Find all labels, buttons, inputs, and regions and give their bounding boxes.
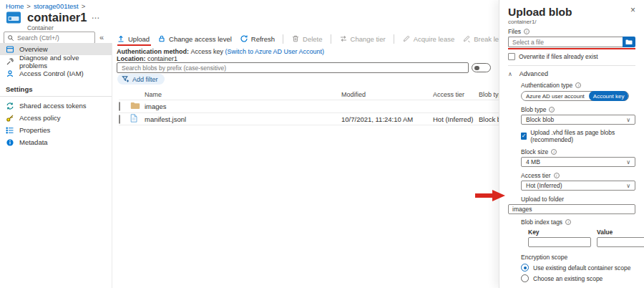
toggle-knob	[474, 66, 479, 71]
chevron-down-icon: ∨	[626, 117, 630, 123]
block-size-dropdown[interactable]: 4 MB ∨	[521, 157, 635, 167]
page-title: container1	[27, 11, 87, 24]
breadcrumb-home-link[interactable]: Home	[6, 2, 24, 10]
iam-icon	[6, 69, 14, 78]
tag-value-input[interactable]	[597, 237, 644, 247]
sidebar-search[interactable]	[4, 32, 95, 44]
block-size-label: Block size	[521, 148, 548, 155]
blob-index-tags-label: Blob index tags	[521, 219, 562, 226]
page-subtitle: Container	[27, 24, 99, 32]
switch-auth-link[interactable]: (Switch to Azure AD User Account)	[225, 48, 325, 55]
files-annotation-underline	[508, 48, 635, 49]
radio-selected	[521, 264, 529, 272]
access-tier-dropdown[interactable]: Hot (Inferred) ∨	[521, 181, 635, 191]
delete-button[interactable]: Delete	[291, 34, 322, 43]
breadcrumb-storage-link[interactable]: storage001test	[34, 2, 79, 10]
sidebar-item-label: Metadata	[19, 138, 48, 146]
file-select-input[interactable]	[508, 37, 623, 47]
info-icon: i	[549, 107, 555, 112]
filter-plus-icon	[122, 75, 130, 83]
table-row[interactable]: manifest.jsonl 10/7/2021, 11:24:10 AM Ho…	[119, 112, 532, 125]
vhd-label: Upload .vhd files as page blobs (recomme…	[530, 129, 635, 143]
panel-path: container1/	[508, 19, 635, 26]
sidebar-settings-heading: Settings	[0, 80, 112, 96]
show-deleted-blobs-toggle[interactable]	[472, 63, 491, 72]
annotation-arrow	[475, 189, 505, 203]
sidebar-divider	[0, 96, 112, 97]
file-icon	[130, 114, 137, 123]
blob-name[interactable]: images	[145, 102, 341, 110]
info-icon: i	[565, 219, 571, 225]
overview-icon	[6, 45, 14, 54]
upload-to-folder-label: Upload to folder	[521, 196, 564, 203]
page-header: container1 … Container	[6, 11, 99, 32]
sidebar-item-shared-access-tokens[interactable]: Shared access tokens	[0, 100, 112, 112]
refresh-icon	[240, 34, 248, 43]
encryption-default-scope-radio[interactable]: Use existing default container scope	[521, 264, 635, 272]
sidebar-item-metadata[interactable]: Metadata	[0, 136, 112, 148]
panel-divider	[508, 65, 635, 66]
upload-icon	[117, 34, 125, 43]
metadata-icon	[6, 138, 14, 147]
add-filter-button[interactable]: Add filter	[117, 74, 165, 85]
auth-option-azure-ad[interactable]: Azure AD user account	[522, 91, 589, 101]
row-checkbox[interactable]	[119, 102, 120, 111]
upload-annotation-underline	[117, 44, 151, 46]
blob-list-header: Name Modified Access tier Blob type	[119, 89, 532, 100]
change-access-level-button[interactable]: Change access level	[157, 34, 232, 43]
column-header-modified: Modified	[341, 91, 433, 98]
tag-key-input[interactable]	[528, 237, 591, 247]
location-line: Location: container1	[117, 55, 177, 62]
table-row[interactable]: images	[119, 100, 532, 112]
close-icon[interactable]: ×	[630, 6, 635, 14]
sidebar-item-label: Properties	[19, 126, 50, 134]
upload-button[interactable]: Upload	[117, 34, 150, 43]
diagnose-icon	[6, 57, 14, 66]
blob-name[interactable]: manifest.jsonl	[145, 115, 341, 123]
acquire-lease-icon	[402, 34, 411, 43]
upload-to-folder-input[interactable]	[508, 204, 635, 214]
properties-icon	[6, 126, 14, 135]
tag-key-header: Key	[528, 229, 591, 236]
overwrite-checkbox[interactable]	[508, 53, 515, 60]
toolbar-separator	[283, 34, 283, 44]
sidebar-item-access-policy[interactable]: Access policy	[0, 112, 112, 124]
refresh-button[interactable]: Refresh	[240, 34, 275, 43]
advanced-section-toggle[interactable]: ∧ Advanced	[508, 70, 635, 77]
info-icon: i	[575, 82, 581, 88]
sidebar-item-access-control[interactable]: Access Control (IAM)	[0, 67, 112, 80]
breadcrumb: Home>storage001test>	[6, 2, 88, 10]
chevron-down-icon: ∨	[626, 159, 630, 165]
blob-access-tier: Hot (Inferred)	[433, 115, 479, 123]
info-icon: i	[554, 173, 560, 178]
trash-icon	[291, 34, 300, 43]
sidebar-item-properties[interactable]: Properties	[0, 124, 112, 136]
encryption-existing-scope-radio[interactable]: Choose an existing scope	[521, 274, 635, 282]
browse-files-button[interactable]	[623, 37, 635, 47]
access-tier-label: Access tier	[521, 172, 551, 179]
blob-list: Name Modified Access tier Blob type imag…	[119, 89, 532, 125]
acquire-lease-button[interactable]: Acquire lease	[402, 34, 455, 43]
sidebar-search-input[interactable]	[17, 34, 92, 42]
upload-blob-panel: Upload blob × container1/ Files i Overwr…	[499, 0, 644, 288]
change-tier-button[interactable]: Change tier	[339, 34, 386, 43]
blob-search-input[interactable]	[117, 62, 469, 73]
folder-icon	[130, 102, 140, 110]
blob-type-dropdown[interactable]: Block blob ∨	[521, 115, 635, 125]
auth-option-account-key[interactable]: Account key	[589, 91, 629, 101]
lock-icon	[157, 34, 166, 43]
info-icon: i	[524, 29, 530, 34]
files-label: Files	[508, 28, 521, 35]
more-options-button[interactable]: …	[91, 11, 99, 21]
auth-type-toggle: Azure AD user account Account key	[521, 91, 629, 101]
collapse-sidebar-button[interactable]: «	[99, 33, 104, 42]
sidebar-item-label: Diagnose and solve problems	[19, 54, 106, 69]
overwrite-label: Overwrite if files already exist	[519, 53, 598, 60]
toolbar-separator	[394, 34, 394, 44]
column-header-access-tier: Access tier	[433, 91, 479, 98]
sidebar-item-diagnose[interactable]: Diagnose and solve problems	[0, 55, 112, 67]
vhd-checkbox[interactable]: ✓	[521, 133, 527, 140]
authentication-method-line: Authentication method: Access key (Switc…	[117, 48, 324, 55]
row-checkbox[interactable]	[119, 115, 120, 124]
tag-value-header: Value	[597, 229, 644, 236]
